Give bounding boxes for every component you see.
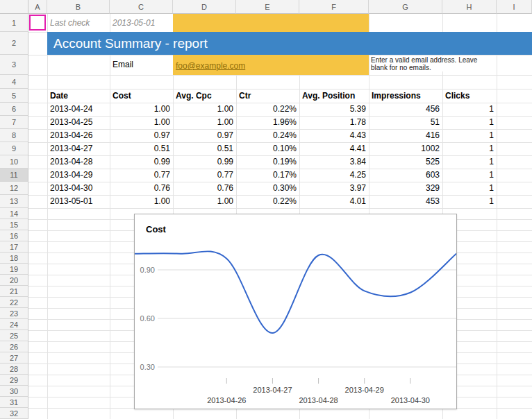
row-header-13[interactable]: 13 bbox=[0, 195, 28, 208]
cell-E6[interactable]: 0.22% bbox=[236, 103, 299, 116]
column-header-B[interactable]: B bbox=[47, 0, 110, 14]
cell-E13[interactable]: 0.22% bbox=[236, 195, 299, 208]
report-title-banner[interactable]: Account Summary - report bbox=[47, 32, 532, 55]
last-check-label-cell[interactable]: Last check bbox=[47, 14, 110, 32]
cell-D6[interactable]: 1.00 bbox=[173, 103, 236, 116]
row-header-32[interactable]: 32 bbox=[0, 408, 28, 419]
cell-H7[interactable]: 1 bbox=[442, 116, 497, 129]
cell-E9[interactable]: 0.10% bbox=[236, 142, 299, 155]
cell-G7[interactable]: 51 bbox=[369, 116, 442, 129]
row-header-24[interactable]: 24 bbox=[0, 319, 28, 330]
sheet-corner-button[interactable] bbox=[0, 0, 28, 14]
cell-G9[interactable]: 1002 bbox=[369, 142, 442, 155]
row-header-14[interactable]: 14 bbox=[0, 208, 28, 219]
cell-H10[interactable]: 1 bbox=[442, 155, 497, 169]
column-header-D[interactable]: D bbox=[173, 0, 236, 14]
column-header-G[interactable]: G bbox=[369, 0, 442, 14]
column-header-H[interactable]: H bbox=[442, 0, 497, 14]
cell-B7[interactable]: 2013-04-25 bbox=[47, 116, 110, 129]
cell-F12[interactable]: 3.97 bbox=[299, 182, 369, 195]
column-header-C[interactable]: C bbox=[110, 0, 173, 14]
cell-H11[interactable]: 1 bbox=[442, 169, 497, 182]
cell-B9[interactable]: 2013-04-27 bbox=[47, 142, 110, 155]
table-header-clicks[interactable]: Clicks bbox=[442, 89, 497, 103]
row-header-18[interactable]: 18 bbox=[0, 253, 28, 264]
cell-G8[interactable]: 416 bbox=[369, 129, 442, 142]
cell-G12[interactable]: 329 bbox=[369, 182, 442, 195]
cell-E7[interactable]: 1.96% bbox=[236, 116, 299, 129]
cell-F7[interactable]: 1.78 bbox=[299, 116, 369, 129]
cell-E8[interactable]: 0.24% bbox=[236, 129, 299, 142]
table-header-ctr[interactable]: Ctr bbox=[236, 89, 299, 103]
cell-C10[interactable]: 0.99 bbox=[110, 155, 173, 169]
table-header-avg-position[interactable]: Avg. Position bbox=[299, 89, 369, 103]
cell-B12[interactable]: 2013-04-30 bbox=[47, 182, 110, 195]
row-header-26[interactable]: 26 bbox=[0, 341, 28, 352]
table-header-avg-cpc[interactable]: Avg. Cpc bbox=[173, 89, 236, 103]
row-header-22[interactable]: 22 bbox=[0, 297, 28, 308]
row-header-15[interactable]: 15 bbox=[0, 219, 28, 230]
cell-G11[interactable]: 603 bbox=[369, 169, 442, 182]
row-header-30[interactable]: 30 bbox=[0, 386, 28, 397]
cell-D10[interactable]: 0.99 bbox=[173, 155, 236, 169]
row-header-2[interactable]: 2 bbox=[0, 32, 28, 55]
cell-C13[interactable]: 1.00 bbox=[110, 195, 173, 208]
cell-C8[interactable]: 0.97 bbox=[110, 129, 173, 142]
cell-E12[interactable]: 0.30% bbox=[236, 182, 299, 195]
row-header-29[interactable]: 29 bbox=[0, 375, 28, 386]
cell-C11[interactable]: 0.77 bbox=[110, 169, 173, 182]
row-header-23[interactable]: 23 bbox=[0, 308, 28, 319]
row-header-3[interactable]: 3 bbox=[0, 55, 28, 75]
cell-C6[interactable]: 1.00 bbox=[110, 103, 173, 116]
row-header-4[interactable]: 4 bbox=[0, 75, 28, 89]
cell-G10[interactable]: 525 bbox=[369, 155, 442, 169]
row-header-19[interactable]: 19 bbox=[0, 264, 28, 275]
cell-C7[interactable]: 1.00 bbox=[110, 116, 173, 129]
cell-B8[interactable]: 2013-04-26 bbox=[47, 129, 110, 142]
row-header-8[interactable]: 8 bbox=[0, 129, 28, 142]
last-check-value-cell[interactable]: 2013-05-01 bbox=[110, 14, 173, 32]
cell-H13[interactable]: 1 bbox=[442, 195, 497, 208]
column-header-I[interactable]: I bbox=[497, 0, 532, 14]
cell-D8[interactable]: 0.97 bbox=[173, 129, 236, 142]
cell-C9[interactable]: 0.51 bbox=[110, 142, 173, 155]
row-header-27[interactable]: 27 bbox=[0, 352, 28, 364]
cell-D7[interactable]: 1.00 bbox=[173, 116, 236, 129]
email-label-cell[interactable]: Email bbox=[110, 55, 173, 75]
row-header-7[interactable]: 7 bbox=[0, 116, 28, 129]
row-header-21[interactable]: 21 bbox=[0, 286, 28, 297]
cell-B10[interactable]: 2013-04-28 bbox=[47, 155, 110, 169]
cell-F10[interactable]: 3.84 bbox=[299, 155, 369, 169]
row-header-31[interactable]: 31 bbox=[0, 397, 28, 408]
table-header-impressions[interactable]: Impressions bbox=[369, 89, 442, 103]
email-input-cell[interactable]: foo@example.com bbox=[173, 55, 369, 75]
cell-D13[interactable]: 1.00 bbox=[173, 195, 236, 208]
row-header-6[interactable]: 6 bbox=[0, 103, 28, 116]
cell-E10[interactable]: 0.19% bbox=[236, 155, 299, 169]
row-header-11[interactable]: 11 bbox=[0, 169, 28, 182]
cell-H6[interactable]: 1 bbox=[442, 103, 497, 116]
cell-D11[interactable]: 0.77 bbox=[173, 169, 236, 182]
cell-H8[interactable]: 1 bbox=[442, 129, 497, 142]
row-header-28[interactable]: 28 bbox=[0, 364, 28, 375]
row-header-16[interactable]: 16 bbox=[0, 230, 28, 241]
column-header-E[interactable]: E bbox=[236, 0, 299, 14]
cell-B6[interactable]: 2013-04-24 bbox=[47, 103, 110, 116]
table-header-date[interactable]: Date bbox=[47, 89, 110, 103]
row-header-20[interactable]: 20 bbox=[0, 275, 28, 286]
row-header-9[interactable]: 9 bbox=[0, 142, 28, 155]
cell-F8[interactable]: 4.43 bbox=[299, 129, 369, 142]
cell-F11[interactable]: 4.25 bbox=[299, 169, 369, 182]
cell-F9[interactable]: 4.41 bbox=[299, 142, 369, 155]
cell-H9[interactable]: 1 bbox=[442, 142, 497, 155]
cell-F13[interactable]: 4.01 bbox=[299, 195, 369, 208]
cell-G13[interactable]: 453 bbox=[369, 195, 442, 208]
cell-B11[interactable]: 2013-04-29 bbox=[47, 169, 110, 182]
cell-E11[interactable]: 0.17% bbox=[236, 169, 299, 182]
highlighted-cell-range-d1-f1[interactable] bbox=[173, 14, 369, 32]
row-header-12[interactable]: 12 bbox=[0, 182, 28, 195]
column-header-F[interactable]: F bbox=[299, 0, 369, 14]
table-header-cost[interactable]: Cost bbox=[110, 89, 173, 103]
cell-C12[interactable]: 0.76 bbox=[110, 182, 173, 195]
column-header-A[interactable]: A bbox=[28, 0, 47, 14]
